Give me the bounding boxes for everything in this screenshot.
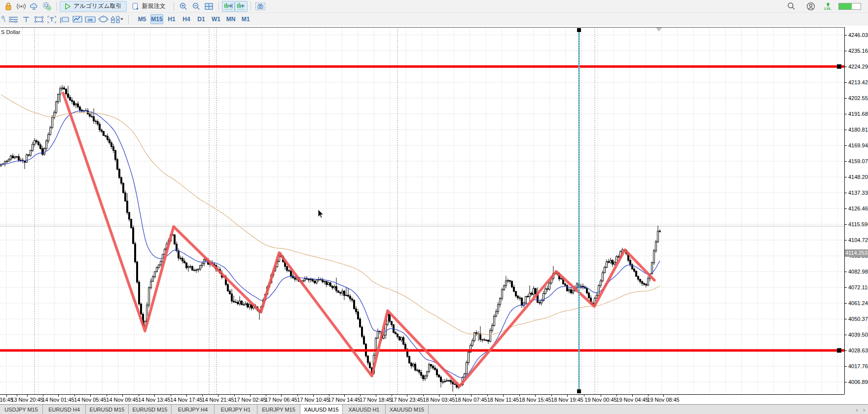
timeframe-m15[interactable]: M15 bbox=[150, 14, 163, 24]
trading-platform-window: アルゴリズム取引 新規注文 bbox=[0, 0, 868, 414]
price-axis[interactable]: 4246.0304235.1604224.2904213.4204202.550… bbox=[844, 27, 868, 394]
tab-scroll-left-icon[interactable]: ‹ bbox=[856, 406, 858, 414]
timeframe-d1[interactable]: D1 bbox=[195, 14, 208, 24]
time-tick-minor bbox=[584, 395, 584, 396]
time-axis[interactable]: 16:4513 Nov 20:4514 Nov 01:4514 Nov 05:4… bbox=[0, 394, 844, 404]
timeframe-mn[interactable]: MN bbox=[224, 14, 237, 24]
search-icon bbox=[787, 2, 796, 10]
price-tick bbox=[845, 287, 847, 288]
price-tick bbox=[845, 319, 847, 319]
time-tick-minor bbox=[360, 395, 361, 396]
signal-icon bbox=[16, 2, 26, 11]
time-tick-minor bbox=[551, 395, 552, 396]
zoom-in-button[interactable] bbox=[177, 1, 190, 12]
price-axis-label: 4126.460 bbox=[848, 206, 868, 211]
time-tick-minor bbox=[139, 395, 139, 396]
price-tick bbox=[845, 366, 847, 367]
chart-plot[interactable] bbox=[0, 27, 844, 394]
chart-tab[interactable]: USDJPY M15 bbox=[0, 405, 43, 414]
shapes-icon bbox=[110, 15, 125, 23]
chart-tab[interactable]: EURUSD M15 bbox=[86, 405, 129, 414]
timeframe-w1[interactable]: W1 bbox=[210, 14, 222, 24]
time-tick-minor bbox=[519, 395, 520, 396]
time-tick-minor bbox=[455, 395, 456, 396]
channel-icon bbox=[34, 15, 44, 24]
timeframe-h1[interactable]: H1 bbox=[165, 14, 178, 24]
time-tick-minor bbox=[234, 395, 235, 396]
chart-tab-active[interactable]: XAUUSD M15 bbox=[300, 405, 343, 414]
market-button[interactable] bbox=[2, 1, 15, 12]
shift-chart-left-button[interactable] bbox=[235, 1, 248, 12]
price-axis-label: 4104.720 bbox=[848, 237, 868, 243]
toolbar-separator bbox=[251, 2, 251, 11]
chart-tab[interactable]: EURJPY M15 bbox=[257, 405, 300, 414]
time-axis-label: 17 Nov 06:45 bbox=[265, 397, 297, 403]
shift-left-icon bbox=[236, 2, 246, 10]
chart-tab[interactable]: EURJPY H4 bbox=[172, 405, 215, 414]
indicator-tool-button[interactable] bbox=[71, 14, 84, 25]
chart-tab[interactable]: EURUSD M15 bbox=[129, 405, 172, 414]
shift-chart-right-button[interactable] bbox=[222, 1, 235, 12]
price-axis-label: 4061.240 bbox=[848, 300, 868, 306]
price-axis-label: 4169.940 bbox=[848, 142, 868, 148]
chart-tab[interactable]: XAUUSD M15 bbox=[386, 405, 429, 414]
shift-right-icon bbox=[223, 2, 233, 10]
time-axis-label: 17 Nov 02:45 bbox=[234, 397, 266, 403]
timeframe-m1[interactable]: M1 bbox=[239, 14, 252, 24]
community-button[interactable] bbox=[40, 1, 53, 12]
price-tick bbox=[845, 130, 847, 130]
search-button[interactable] bbox=[785, 1, 797, 12]
trendlines-tool-button[interactable] bbox=[7, 14, 20, 25]
ellipse-icon bbox=[98, 15, 109, 23]
vertical-line-tool-button[interactable] bbox=[20, 14, 33, 25]
price-axis-label: 4148.200 bbox=[848, 174, 868, 180]
ellipse-tool-button[interactable] bbox=[97, 14, 109, 25]
cloud-button[interactable] bbox=[28, 1, 40, 12]
label-tool-button[interactable] bbox=[58, 14, 71, 25]
battery-indicator bbox=[838, 3, 861, 10]
battery-fill bbox=[839, 3, 852, 9]
time-axis-label: 17 Nov 14:45 bbox=[328, 397, 360, 403]
timeframe-h4[interactable]: H4 bbox=[180, 14, 193, 24]
timeframe-m5[interactable]: M5 bbox=[136, 14, 148, 24]
tile-windows-button[interactable] bbox=[203, 1, 216, 12]
time-tick-minor bbox=[171, 395, 171, 396]
zoom-out-button[interactable] bbox=[190, 1, 203, 12]
algo-trading-label: アルゴリズム取引 bbox=[73, 2, 122, 10]
channel-tool-button[interactable] bbox=[33, 14, 45, 25]
shopping-bag-icon bbox=[4, 2, 13, 11]
chart-tabs-bar: USDJPY M15EURUSD H4EURUSD M15EURUSD M15E… bbox=[0, 404, 868, 414]
cloud-icon bbox=[29, 2, 39, 11]
time-axis-label: 14 Nov 21:45 bbox=[202, 397, 234, 403]
price-axis-label: 4235.160 bbox=[848, 48, 868, 54]
signals-button[interactable] bbox=[15, 1, 28, 12]
time-tick-minor bbox=[648, 395, 649, 396]
chart-tab[interactable]: XAUUSD H1 bbox=[343, 405, 386, 414]
chart-tab[interactable]: EURUSD H4 bbox=[43, 405, 86, 414]
tab-scroll-right-icon[interactable]: › bbox=[863, 406, 865, 414]
objects-tool-button[interactable]: OK bbox=[84, 14, 97, 25]
shapes-menu-button[interactable] bbox=[109, 14, 125, 25]
time-axis-label: 14 Nov 01:45 bbox=[42, 397, 74, 403]
account-button[interactable] bbox=[804, 1, 817, 12]
algo-trading-button[interactable]: アルゴリズム取引 bbox=[60, 1, 127, 12]
level-indicator[interactable]: LVL bbox=[824, 2, 832, 10]
chart-tab[interactable]: EURJPY H1 bbox=[215, 405, 257, 414]
time-tick-minor bbox=[423, 395, 424, 396]
price-tick bbox=[845, 224, 847, 225]
time-axis-label: 14 Nov 13:45 bbox=[138, 397, 170, 403]
time-axis-label: 19 Nov 00:45 bbox=[584, 397, 616, 403]
text-tool-button[interactable] bbox=[45, 14, 58, 25]
price-axis-label: 4017.760 bbox=[848, 363, 868, 369]
price-tick bbox=[845, 193, 847, 193]
pin-tool-button[interactable] bbox=[0, 14, 7, 25]
screenshot-button[interactable] bbox=[254, 1, 267, 12]
time-axis-label: 18 Nov 15:45 bbox=[519, 397, 551, 403]
time-axis-label: 14 Nov 17:45 bbox=[170, 397, 202, 403]
time-axis-label: 19 Nov 04:45 bbox=[616, 397, 648, 403]
current-price-badge: 4114.253 bbox=[845, 249, 868, 257]
time-tick-minor bbox=[297, 395, 298, 396]
price-axis-label: 4082.980 bbox=[848, 269, 868, 275]
new-order-button[interactable]: 新規注文 bbox=[127, 1, 171, 12]
price-axis-label: 4180.810 bbox=[848, 127, 868, 133]
